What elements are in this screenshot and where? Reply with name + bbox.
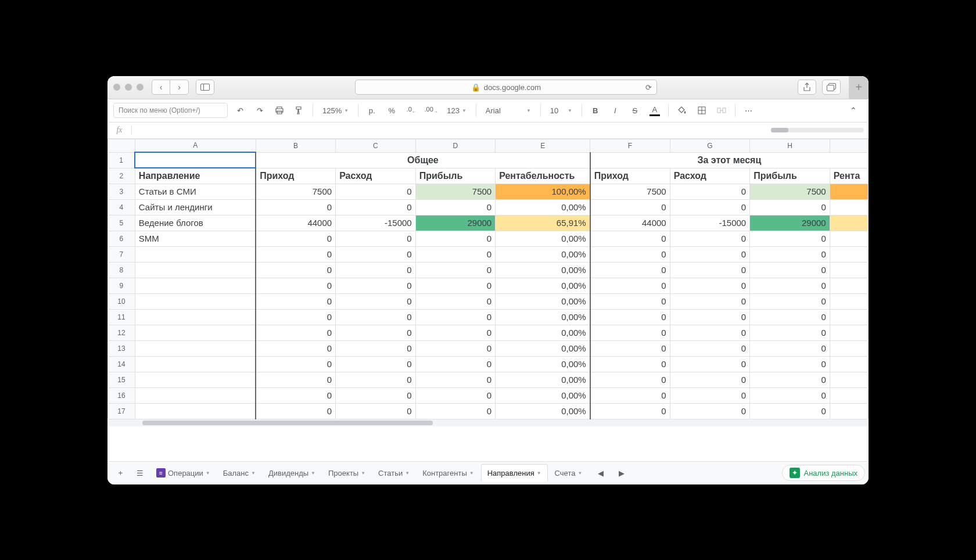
decrease-decimal-button[interactable]: .0←	[404, 103, 419, 118]
cell[interactable]: Направление	[135, 168, 256, 184]
cell[interactable]: 0	[256, 403, 336, 419]
cell[interactable]: 0	[590, 372, 670, 387]
row-header[interactable]: 12	[108, 325, 135, 340]
cell[interactable]: 29000	[750, 215, 830, 231]
cell[interactable]	[830, 309, 868, 325]
cell[interactable]	[135, 372, 256, 387]
cell[interactable]: 0	[670, 231, 750, 246]
cell[interactable]: 0	[590, 325, 670, 340]
cell[interactable]: 0	[670, 199, 750, 215]
cell[interactable]: 0	[415, 278, 496, 293]
sheet-tab[interactable]: Направления▼	[481, 464, 548, 482]
cell[interactable]: 44000	[256, 215, 336, 231]
table-row[interactable]: 100000,00%000	[108, 293, 869, 309]
cell[interactable]: 0	[750, 340, 830, 356]
table-row[interactable]: 120000,00%000	[108, 325, 869, 340]
cell[interactable]: 29000	[415, 215, 496, 231]
sheet-tab[interactable]: Счета▼	[549, 464, 589, 482]
cell[interactable]: 0	[336, 262, 416, 278]
reload-icon[interactable]: ⟳	[645, 83, 652, 92]
cell[interactable]	[135, 403, 256, 419]
horizontal-scrollbar[interactable]	[107, 419, 869, 426]
cell[interactable]: 0	[256, 356, 336, 372]
cell[interactable]	[830, 372, 868, 387]
table-row[interactable]: 150000,00%000	[108, 372, 869, 387]
cell[interactable]: 0	[336, 387, 416, 403]
cell[interactable]: 0	[590, 340, 670, 356]
paint-format-button[interactable]	[292, 103, 307, 118]
cell[interactable]: 0	[750, 293, 830, 309]
cell[interactable]: 0	[415, 246, 496, 262]
cell[interactable]: 0	[256, 340, 336, 356]
cell[interactable]: 65,91%	[496, 215, 590, 231]
cell[interactable]	[830, 215, 868, 231]
cell[interactable]: 0,00%	[496, 403, 590, 419]
cell[interactable]: 0	[256, 293, 336, 309]
cell[interactable]: 0	[336, 231, 416, 246]
cell[interactable]: 0	[256, 231, 336, 246]
cell[interactable]: 44000	[590, 215, 670, 231]
cell[interactable]: 0	[590, 403, 670, 419]
borders-button[interactable]	[694, 103, 709, 118]
currency-format-button[interactable]: р.	[364, 103, 379, 118]
scroll-tabs-left-button[interactable]: ◀	[591, 465, 610, 481]
cell[interactable]: -15000	[336, 215, 416, 231]
cell[interactable]	[135, 278, 256, 293]
cell[interactable]: -15000	[670, 215, 750, 231]
cell[interactable]: 0	[336, 325, 416, 340]
fill-color-button[interactable]	[674, 103, 690, 118]
cell[interactable]	[135, 309, 256, 325]
cell[interactable]: 0	[415, 340, 496, 356]
cell[interactable]	[135, 293, 256, 309]
sheet-tab[interactable]: Статьи▼	[372, 464, 415, 482]
column-headers[interactable]: A B C D E F G H	[108, 139, 869, 152]
col-header-G[interactable]: G	[670, 139, 750, 152]
cell[interactable]: 0	[590, 387, 670, 403]
print-button[interactable]	[272, 103, 287, 118]
all-sheets-button[interactable]: ☰	[131, 465, 149, 481]
zoom-icon[interactable]	[137, 84, 143, 91]
cell[interactable]: 7500	[415, 184, 496, 199]
explore-button[interactable]: ✦ Анализ данных	[782, 465, 865, 481]
cell[interactable]	[135, 387, 256, 403]
bold-button[interactable]: B	[588, 103, 603, 118]
cell[interactable]: 0,00%	[496, 278, 590, 293]
cell[interactable]: 0	[415, 325, 496, 340]
sheet-tab[interactable]: Баланс▼	[217, 464, 261, 482]
group-header-month[interactable]: За этот месяц	[590, 152, 869, 168]
cell[interactable]: 0	[415, 231, 496, 246]
table-row[interactable]: 70000,00%000	[108, 246, 869, 262]
cell[interactable]	[135, 340, 256, 356]
cell[interactable]: 0	[415, 387, 496, 403]
cell[interactable]: 0	[670, 309, 750, 325]
cell[interactable]	[830, 340, 868, 356]
cell[interactable]: 0	[590, 278, 670, 293]
cell[interactable]: 0	[670, 356, 750, 372]
cell[interactable]	[830, 387, 868, 403]
cell[interactable]: 0	[415, 372, 496, 387]
cell[interactable]: 0	[256, 199, 336, 215]
select-all-corner[interactable]	[108, 139, 135, 152]
table-row[interactable]: 110000,00%000	[108, 309, 869, 325]
cell[interactable]: 0	[336, 372, 416, 387]
cell[interactable]: 0	[670, 340, 750, 356]
cell[interactable]: Ведение блогов	[135, 215, 256, 231]
cell[interactable]: 0,00%	[496, 325, 590, 340]
zoom-dropdown[interactable]: 125%▼	[319, 106, 352, 115]
row-header[interactable]: 13	[108, 340, 135, 356]
cell[interactable]: 0,00%	[496, 372, 590, 387]
cell[interactable]: 0	[590, 199, 670, 215]
cell[interactable]: 0	[750, 372, 830, 387]
forward-button[interactable]: ›	[170, 80, 189, 95]
cell[interactable]	[135, 325, 256, 340]
table-row[interactable]: 170000,00%000	[108, 403, 869, 419]
cell[interactable]	[830, 403, 868, 419]
cell[interactable]: 0	[415, 262, 496, 278]
cell[interactable]: Сайты и лендинги	[135, 199, 256, 215]
cell[interactable]: Прибыль	[415, 168, 496, 184]
cell[interactable]: 0	[256, 278, 336, 293]
row-header[interactable]: 11	[108, 309, 135, 325]
cell[interactable]: 0	[670, 372, 750, 387]
cell[interactable]: 100,00%	[496, 184, 590, 199]
col-header-C[interactable]: C	[336, 139, 416, 152]
